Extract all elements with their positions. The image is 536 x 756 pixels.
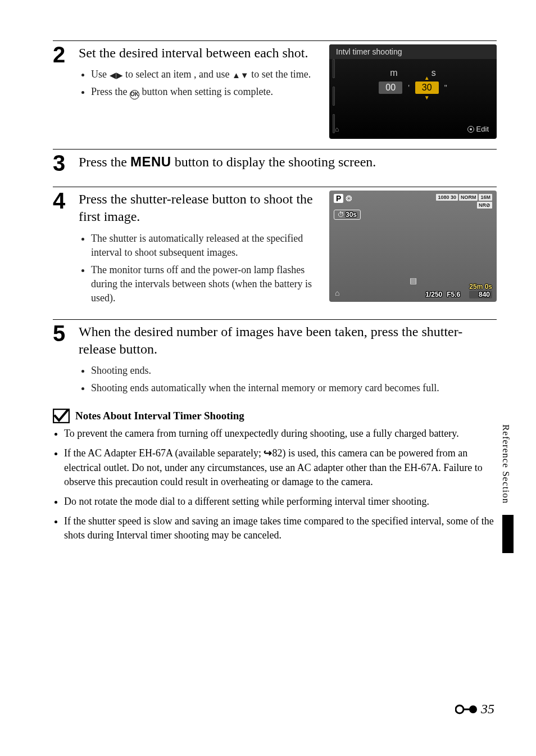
second-mark-icon: ": [444, 83, 447, 92]
side-tab-marker: [502, 515, 514, 553]
step-number: 4: [53, 189, 70, 212]
lcd-interval-screen: Intvl timer shooting m s 00 ' ▲ 30 ▼ ": [329, 44, 497, 139]
bullet-text: to select an item , and use: [123, 69, 232, 80]
cross-reference-icon: ↪: [264, 447, 272, 459]
notes-list: To prevent the camera from turning off u…: [53, 427, 497, 542]
arrow-up-down-icon: ▲▼: [232, 71, 249, 80]
title-text: button to display the shooting screen.: [171, 155, 376, 169]
notes-title-text: Notes About Interval Timer Shooting: [75, 410, 244, 422]
arrow-left-right-icon: ◀▶: [110, 71, 123, 80]
step-divider: [53, 40, 497, 41]
bullet-text: Use: [91, 69, 110, 80]
step-2: 2 Set the desired interval between each …: [53, 40, 497, 139]
up-arrow-icon: ▲: [424, 75, 430, 81]
shutter-speed: 1/250: [425, 291, 442, 298]
title-text: Press the: [79, 155, 130, 169]
note-item: If the shutter speed is slow and saving …: [64, 514, 497, 542]
step-bullet: The shutter is automatically released at…: [91, 232, 318, 260]
step-bullet: Press the OK button when setting is comp…: [91, 85, 318, 99]
interval-indicator: ⏱ 30s: [334, 210, 361, 220]
image-size-badge: 16M: [479, 194, 492, 201]
step-divider: [53, 149, 497, 150]
interval-text: 30s: [346, 211, 357, 219]
step-number: 5: [53, 322, 70, 345]
svg-point-1: [456, 705, 464, 713]
minute-mark-icon: ': [408, 83, 410, 92]
lcd-shooting-screen: P ❂ 1080 30 NORM 16M NR⊘ ⏱ 30s: [329, 191, 497, 309]
lcd-col-minutes: m: [390, 68, 397, 78]
lcd-title: Intvl timer shooting: [329, 44, 497, 59]
edit-text: Edit: [476, 125, 489, 133]
gear-icon: ❂: [346, 194, 352, 203]
seconds-text: 30: [422, 83, 432, 92]
page-number: 35: [455, 701, 494, 717]
lcd-minutes-value: 00: [379, 82, 402, 94]
step-bullet: The monitor turns off and the power-on l…: [91, 263, 318, 306]
nr-badge: NR⊘: [477, 202, 492, 209]
reference-section-icon: [455, 703, 478, 716]
step-4: 4 Press the shutter-release button to sh…: [53, 187, 497, 309]
ok-button-icon: OK: [130, 90, 139, 99]
mode-indicator: P: [334, 194, 343, 203]
image-quality-badge: NORM: [459, 194, 478, 201]
note-item: To prevent the camera from turning off u…: [64, 427, 497, 441]
step-number: 3: [53, 152, 70, 174]
note-item: Do not rotate the mode dial to a differe…: [64, 495, 497, 509]
side-tab-label: Reference Section: [500, 424, 511, 504]
step-divider: [53, 319, 497, 320]
note-item: If the AC Adapter EH-67A (available sepa…: [64, 446, 497, 489]
svg-point-2: [469, 705, 477, 713]
step-number: 2: [53, 43, 70, 66]
page-number-text: 35: [481, 701, 494, 717]
step-bullet: Use ◀▶ to select an item , and use ▲▼ to…: [91, 67, 318, 82]
timer-icon: ⏱: [338, 211, 344, 219]
lcd-edit-label: Edit: [467, 125, 489, 133]
down-arrow-icon: ▼: [424, 94, 430, 101]
card-icon: ⌂: [335, 125, 339, 133]
lcd-side-tabs: [333, 59, 335, 133]
warning-check-icon: [53, 409, 70, 423]
movie-quality-badge: 1080 30: [436, 194, 458, 201]
step-title: Press the shutter-release button to shoo…: [79, 191, 318, 225]
step-title: Press the MENU button to display the sho…: [79, 153, 497, 171]
step-title: Set the desired interval between each sh…: [79, 44, 318, 62]
bullet-text: to set the time.: [249, 69, 311, 80]
note-text: If the AC Adapter EH-67A (available sepa…: [64, 447, 264, 459]
bullet-text: button when setting is complete.: [139, 86, 273, 97]
step-bullet: Shooting ends automatically when the int…: [91, 381, 497, 395]
bullet-text: Press the: [91, 86, 130, 97]
step-title: When the desired number of images have b…: [79, 323, 497, 358]
remaining-shots: 840: [469, 291, 492, 298]
remaining-time: 25m 0s: [469, 283, 492, 291]
step-bullet: Shooting ends.: [91, 364, 497, 378]
step-divider: [53, 187, 497, 187]
menu-button-label: MENU: [130, 154, 171, 169]
lcd-col-seconds: s: [431, 68, 436, 78]
notes-heading: Notes About Interval Timer Shooting: [53, 409, 497, 423]
step-5: 5 When the desired number of images have…: [53, 319, 497, 399]
lcd-seconds-value: ▲ 30 ▼: [415, 82, 439, 94]
selector-ring-icon: [467, 126, 474, 133]
step-3: 3 Press the MENU button to display the s…: [53, 149, 497, 176]
aperture-value: F5.6: [447, 291, 460, 298]
